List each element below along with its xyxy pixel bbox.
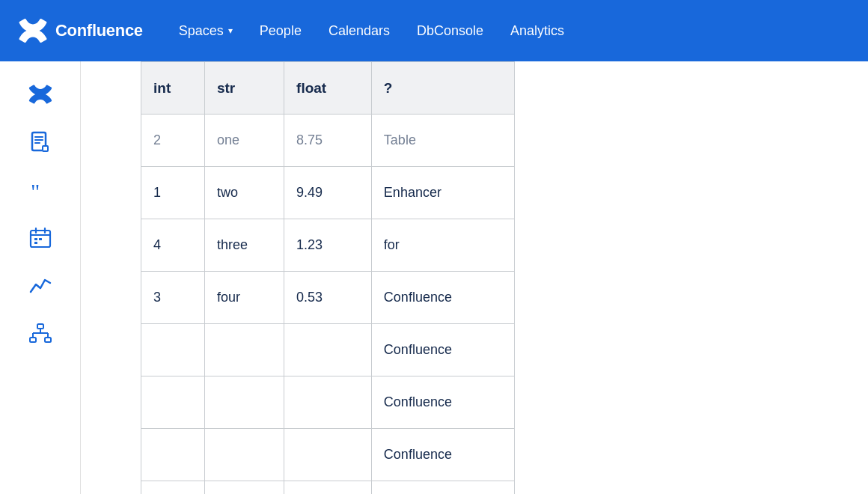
cell-q: Confluence bbox=[371, 376, 514, 429]
confluence-logo-icon bbox=[18, 16, 48, 46]
logo-text: Confluence bbox=[55, 21, 143, 40]
svg-text:": " bbox=[31, 179, 40, 202]
col-header-int: int bbox=[141, 62, 205, 115]
svg-rect-11 bbox=[34, 238, 37, 240]
cell-int bbox=[141, 481, 205, 495]
cell-q: Table bbox=[371, 115, 514, 167]
cell-float bbox=[284, 429, 372, 481]
svg-rect-16 bbox=[45, 338, 51, 342]
cell-q: for bbox=[371, 219, 514, 272]
cell-str: four bbox=[204, 272, 284, 324]
sidebar-tree-icon[interactable] bbox=[19, 313, 61, 355]
cell-float bbox=[284, 324, 372, 376]
table-row: Confluence bbox=[141, 324, 515, 376]
nav-spaces[interactable]: Spaces ▾ bbox=[167, 16, 245, 46]
sidebar-analytics-icon[interactable] bbox=[19, 265, 61, 307]
nav-calendars[interactable]: Calendars bbox=[317, 16, 402, 46]
table-row: Confluence bbox=[141, 429, 515, 481]
page-layout: " bbox=[0, 61, 868, 494]
cell-q: Confluence bbox=[371, 324, 514, 376]
cell-str: one bbox=[204, 115, 284, 167]
sidebar-pages-icon[interactable] bbox=[19, 121, 61, 163]
data-table: int str float ? 2one8.75Table1two9.49Enh… bbox=[141, 61, 515, 494]
nav-people[interactable]: People bbox=[248, 16, 314, 46]
col-header-str: str bbox=[204, 62, 284, 115]
cell-int: 4 bbox=[141, 219, 205, 272]
svg-rect-14 bbox=[37, 324, 43, 329]
nav-dbconsole[interactable]: DbConsole bbox=[405, 16, 495, 46]
cell-int bbox=[141, 376, 205, 429]
cell-float: 0.53 bbox=[284, 272, 372, 324]
table-row: Confluence bbox=[141, 481, 515, 495]
cell-int: 2 bbox=[141, 115, 205, 167]
logo[interactable]: Confluence bbox=[18, 16, 143, 46]
cell-str: three bbox=[204, 219, 284, 272]
col-header-float: float bbox=[284, 62, 372, 115]
table-row: 3four0.53Confluence bbox=[141, 272, 515, 324]
nav-items: Spaces ▾ People Calendars DbConsole Anal… bbox=[167, 16, 850, 46]
svg-rect-12 bbox=[39, 238, 42, 240]
cell-str bbox=[204, 376, 284, 429]
cell-int bbox=[141, 324, 205, 376]
cell-str bbox=[204, 481, 284, 495]
svg-rect-15 bbox=[30, 338, 36, 342]
cell-q: Confluence bbox=[371, 481, 514, 495]
cell-float: 8.75 bbox=[284, 115, 372, 167]
top-navigation: Confluence Spaces ▾ People Calendars DbC… bbox=[0, 0, 868, 61]
sidebar: " bbox=[0, 61, 81, 494]
cell-int bbox=[141, 429, 205, 481]
sidebar-calendar-icon[interactable] bbox=[19, 217, 61, 259]
sidebar-quote-icon[interactable]: " bbox=[19, 169, 61, 211]
cell-float: 1.23 bbox=[284, 219, 372, 272]
cell-int: 1 bbox=[141, 167, 205, 219]
main-content: int str float ? 2one8.75Table1two9.49Enh… bbox=[81, 61, 868, 494]
cell-q: Confluence bbox=[371, 429, 514, 481]
cell-str: two bbox=[204, 167, 284, 219]
sidebar-home-icon[interactable] bbox=[19, 73, 61, 115]
cell-float bbox=[284, 481, 372, 495]
cell-float: 9.49 bbox=[284, 167, 372, 219]
table-row: Confluence bbox=[141, 376, 515, 429]
cell-int: 3 bbox=[141, 272, 205, 324]
chevron-down-icon: ▾ bbox=[228, 25, 233, 36]
cell-q: Enhancer bbox=[371, 167, 514, 219]
cell-float bbox=[284, 376, 372, 429]
col-header-q: ? bbox=[371, 62, 514, 115]
table-row: 2one8.75Table bbox=[141, 115, 515, 167]
cell-q: Confluence bbox=[371, 272, 514, 324]
nav-analytics[interactable]: Analytics bbox=[498, 16, 576, 46]
cell-str bbox=[204, 429, 284, 481]
table-row: 4three1.23for bbox=[141, 219, 515, 272]
table-row: 1two9.49Enhancer bbox=[141, 167, 515, 219]
cell-str bbox=[204, 324, 284, 376]
svg-rect-13 bbox=[34, 242, 37, 244]
